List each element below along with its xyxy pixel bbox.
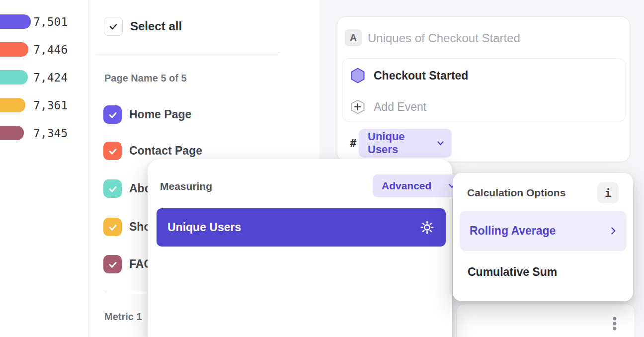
calculation-options-title: Calculation Options — [467, 187, 565, 199]
bar-row: 7,361 — [0, 98, 25, 112]
bar-value-label: 7,345 — [33, 127, 68, 140]
horizontal-divider — [96, 53, 280, 53]
bar-value-label: 7,361 — [33, 99, 68, 112]
event-hexagon-icon — [351, 68, 365, 85]
chevron-right-icon — [611, 227, 616, 235]
metric-label: Metric 1 — [104, 311, 142, 323]
measuring-mode-label: Advanced — [382, 180, 431, 192]
checkbox-checked-icon[interactable] — [103, 142, 122, 160]
select-all-label: Select all — [130, 19, 182, 33]
add-event-hexagon-icon[interactable] — [351, 99, 365, 116]
page-label: Home Page — [129, 108, 191, 121]
bar-value-label: 7,446 — [33, 43, 68, 56]
bar-segment[interactable] — [0, 70, 28, 84]
kebab-menu-icon[interactable] — [613, 316, 617, 334]
bar-segment[interactable] — [0, 42, 28, 57]
menu-item-rolling-average[interactable]: Rolling Average — [460, 211, 627, 251]
calculation-options-popup: Calculation Options i Rolling Average Cu… — [453, 173, 633, 301]
select-all-row[interactable]: Select all — [104, 17, 182, 36]
checkbox-checked-icon[interactable] — [104, 17, 123, 36]
bar-segment[interactable] — [0, 14, 31, 29]
checkbox-checked-icon[interactable] — [103, 105, 122, 124]
bar-segment[interactable] — [0, 126, 24, 140]
gear-icon[interactable] — [420, 221, 434, 234]
measuring-mode-dropdown[interactable]: Advanced — [373, 174, 462, 197]
query-title-input[interactable]: Uniques of Checkout Started — [368, 31, 520, 45]
bar-row: 7,446 — [0, 42, 28, 57]
page-checkbox-row[interactable]: FAC — [103, 255, 152, 273]
bar-value-label: 7,501 — [33, 15, 68, 28]
page-label: Contact Page — [129, 144, 202, 158]
menu-item-label: Rolling Average — [470, 224, 556, 238]
group-label: Page Name 5 of 5 — [104, 73, 187, 84]
chevron-down-icon — [437, 141, 444, 146]
measuring-menu-popup: Measuring Advanced Unique Users Total Ev… — [148, 159, 452, 337]
add-event-button[interactable]: Add Event — [374, 100, 426, 114]
series-badge: A — [345, 29, 362, 46]
next-section-card — [456, 304, 635, 337]
bar-row: 7,424 — [0, 70, 28, 84]
menu-item-unique-users[interactable]: Unique Users — [157, 208, 446, 247]
measure-prefix: # — [350, 137, 356, 150]
measure-chip-label: Unique Users — [368, 130, 437, 156]
page-checkbox-row[interactable]: Sho — [103, 218, 151, 236]
bar-row: 7,501 — [0, 14, 31, 29]
bar-value-label: 7,424 — [33, 71, 68, 84]
page-checkbox-row[interactable]: Home Page — [103, 105, 191, 124]
page-checkbox-row[interactable]: Abo — [103, 179, 152, 198]
bar-segment[interactable] — [0, 98, 25, 112]
menu-item-label: Unique Users — [167, 221, 241, 234]
info-icon[interactable]: i — [597, 182, 619, 203]
page-checkbox-row[interactable]: Contact Page — [103, 142, 202, 160]
menu-item-cumulative-sum[interactable]: Cumulative Sum — [468, 265, 557, 279]
checkbox-checked-icon[interactable] — [103, 218, 122, 236]
measure-chip-dropdown[interactable]: Unique Users — [359, 129, 452, 158]
vertical-divider — [88, 0, 88, 337]
event-name[interactable]: Checkout Started — [374, 69, 468, 83]
checkbox-checked-icon[interactable] — [103, 179, 122, 198]
bar-row: 7,345 — [0, 126, 24, 140]
measuring-menu-title: Measuring — [160, 180, 212, 192]
checkbox-checked-icon[interactable] — [103, 255, 122, 273]
